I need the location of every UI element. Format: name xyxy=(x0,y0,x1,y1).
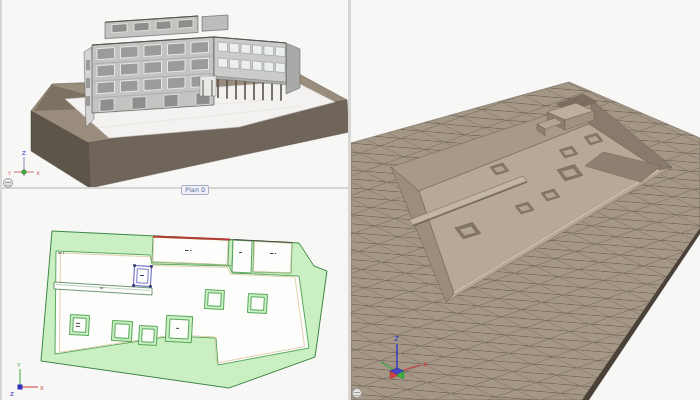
viewport-building-3d[interactable]: Z Y X xyxy=(2,0,348,187)
viewport-menu-icon[interactable] xyxy=(3,178,13,188)
cad-workspace: Z Y X xyxy=(0,0,700,400)
terrain-scene: Z X xyxy=(351,0,700,400)
plan-view-tab[interactable]: Plan 0 xyxy=(181,185,209,195)
axis-x-label: X xyxy=(40,385,44,391)
axis-gizmo-plan: Y X Z xyxy=(10,362,44,397)
viewport-terrain-3d[interactable]: Z X xyxy=(351,0,700,400)
axis-x-label: X xyxy=(423,361,428,369)
axis-y-label: Y xyxy=(16,362,21,368)
axis-x-label: X xyxy=(37,171,41,176)
axis-z-label: Z xyxy=(22,150,26,156)
axis-z-label: Z xyxy=(394,335,399,343)
viewport-plan-2d[interactable]: Y X Z xyxy=(2,189,348,400)
plan-scene: Y X Z xyxy=(2,189,348,400)
navigation-sphere-icon[interactable] xyxy=(352,388,362,398)
axis-z-label: Z xyxy=(10,391,14,397)
axis-y-label: Y xyxy=(7,171,11,176)
entrance-canopy xyxy=(200,76,216,96)
building-scene: Z Y X xyxy=(2,0,348,187)
